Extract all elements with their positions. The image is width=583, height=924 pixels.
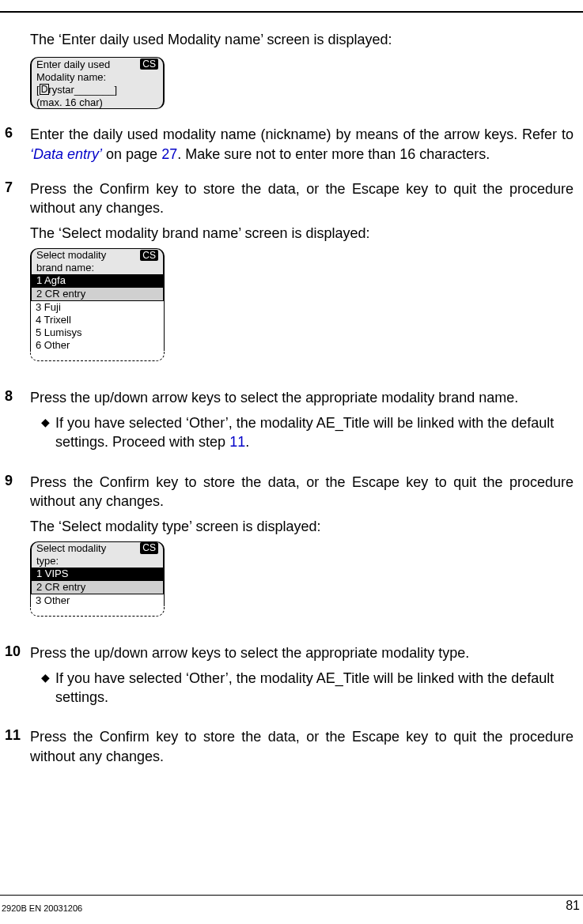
footer-doc-id: 2920B EN 20031206 — [2, 903, 82, 913]
lcd1-line1: Enter daily used — [36, 58, 110, 71]
lcd2-extra: 3 Fuji 4 Trixell 5 Lumisys 6 Other — [30, 301, 165, 352]
lcd3-line2: type: — [36, 555, 59, 568]
lcd1-line2: Modality name: — [36, 71, 106, 84]
cs-badge: CS — [140, 542, 158, 553]
lcd-enter-modality-name: Enter daily used CS Modality name: [Drys… — [30, 57, 165, 109]
lcd1-row4: (max. 16 char) — [32, 96, 163, 108]
lcd2-opt6: 6 Other — [31, 339, 164, 352]
link-page-27[interactable]: 27 — [161, 146, 177, 162]
lcd3-opt2: 2 CR entry — [32, 580, 163, 594]
step10-bullet: ◆ If you have selected ‘Other’, the moda… — [41, 669, 574, 707]
lcd-select-brand: Select modality CS brand name: 1 Agfa 2 … — [30, 248, 165, 361]
diamond-icon: ◆ — [41, 413, 55, 431]
lcd1-line4: (max. 16 char) — [36, 96, 103, 109]
lcd2-opt2: 2 CR entry — [32, 287, 163, 300]
intro-text-1: The ‘Enter daily used Modality name’ scr… — [30, 30, 574, 49]
step-6-body: Enter the daily used modality name (nick… — [30, 125, 574, 164]
lcd2-row2: brand name: — [32, 262, 163, 274]
lcd2-opt5-text: 5 Lumisys — [36, 326, 82, 339]
step10-bullet-text: If you have selected ‘Other’, the modali… — [55, 669, 574, 707]
lcd2-opt1-text: 1 Agfa — [36, 274, 66, 287]
step-8-body: Press the up/down arrow keys to select t… — [30, 388, 574, 457]
step-8: 8 Press the up/down arrow keys to select… — [30, 388, 574, 457]
lcd3-opt1-text: 1 VIPS — [36, 568, 68, 580]
cs-badge: CS — [140, 58, 158, 70]
lcd3-dashed-bottom — [30, 606, 165, 617]
lcd1-row3: [Drystar_______] — [32, 83, 163, 96]
lcd1-row2: Modality name: — [32, 70, 163, 83]
lcd3-opt2-text: 2 CR entry — [36, 581, 85, 594]
page-content: The ‘Enter daily used Modality name’ scr… — [0, 22, 583, 769]
step9-p2: The ‘Select modality type’ screen is dis… — [30, 517, 574, 536]
page-number: 81 — [566, 899, 580, 913]
step-9-number: 9 — [5, 473, 30, 489]
top-rule — [0, 11, 583, 13]
step-6-number: 6 — [5, 125, 30, 141]
step10-p: Press the up/down arrow keys to select t… — [30, 643, 574, 662]
lcd1-row1: Enter daily used CS — [32, 58, 163, 70]
step8-bullet: ◆ If you have selected ‘Other’, the moda… — [41, 413, 574, 452]
lcd2-opt4-text: 4 Trixell — [36, 314, 71, 326]
lcd2-opt3: 3 Fuji — [31, 301, 164, 314]
lcd2-opt5: 5 Lumisys — [31, 326, 164, 339]
step-10-number: 10 — [5, 643, 30, 660]
lcd-select-type: Select modality CS type: 1 VIPS 2 CR ent… — [30, 541, 165, 617]
lcd2-row1: Select modality CS — [32, 249, 163, 262]
lcd2-line1: Select modality — [36, 249, 106, 262]
step-10-body: Press the up/down arrow keys to select t… — [30, 643, 574, 712]
step9-p1: Press the Confirm key to store the data,… — [30, 473, 574, 511]
lcd3-opt3: 3 Other — [31, 594, 164, 607]
step6-a: Enter the daily used modality name (nick… — [30, 126, 574, 142]
lcd3-line1: Select modality — [36, 542, 106, 555]
diamond-icon: ◆ — [41, 669, 55, 686]
step7-p2: The ‘Select modality brand name’ screen … — [30, 224, 574, 243]
lcd2-opt2-text: 2 CR entry — [36, 288, 85, 300]
lcd3-opt1: 1 VIPS — [32, 568, 163, 580]
step-7-body: Press the Confirm key to store the data,… — [30, 179, 574, 372]
lcd2-opt4: 4 Trixell — [31, 314, 164, 326]
step-9-body: Press the Confirm key to store the data,… — [30, 473, 574, 628]
step-8-number: 8 — [5, 388, 30, 405]
step-11-body: Press the Confirm key to store the data,… — [30, 727, 574, 766]
lcd3-row1: Select modality CS — [32, 542, 163, 555]
step8-b-a: If you have selected ‘Other’, the modali… — [55, 415, 554, 450]
step7-p1: Press the Confirm key to store the data,… — [30, 179, 574, 218]
lcd2-opt6-text: 6 Other — [36, 339, 70, 352]
lcd3-opt3-text: 3 Other — [36, 594, 70, 607]
lcd3-extra: 3 Other — [30, 594, 165, 607]
step8-p: Press the up/down arrow keys to select t… — [30, 388, 574, 407]
step6-mid: on page — [102, 146, 161, 162]
step-7: 7 Press the Confirm key to store the dat… — [30, 179, 574, 372]
step-9: 9 Press the Confirm key to store the dat… — [30, 473, 574, 628]
step-11: 11 Press the Confirm key to store the da… — [30, 727, 574, 766]
cs-badge: CS — [140, 250, 158, 261]
lcd2-opt3-text: 3 Fuji — [36, 301, 61, 314]
link-data-entry[interactable]: ‘Data entry’ — [30, 146, 102, 162]
step6-b: . Make sure not to enter more than 16 ch… — [177, 146, 490, 162]
lcd3-row2: type: — [32, 555, 163, 568]
link-step-11[interactable]: 11 — [229, 434, 245, 450]
step-10: 10 Press the up/down arrow keys to selec… — [30, 643, 574, 712]
lcd2-header: Select modality CS brand name: 1 Agfa 2 … — [30, 248, 165, 301]
lcd2-opt1: 1 Agfa — [32, 274, 163, 287]
lcd2-line2: brand name: — [36, 262, 94, 274]
lcd3-header: Select modality CS type: 1 VIPS 2 CR ent… — [30, 541, 165, 594]
step8-bullet-text: If you have selected ‘Other’, the modali… — [55, 413, 574, 452]
step-6: 6 Enter the daily used modality name (ni… — [30, 125, 574, 164]
bottom-rule — [0, 895, 583, 896]
lcd1-rest: rystar_______] — [48, 84, 117, 96]
step8-b-b: . — [245, 434, 249, 450]
lcd1-panel: Enter daily used CS Modality name: [Drys… — [30, 57, 165, 109]
lcd2-dashed-bottom — [30, 351, 165, 361]
step-11-number: 11 — [5, 727, 30, 744]
step-7-number: 7 — [5, 179, 30, 196]
